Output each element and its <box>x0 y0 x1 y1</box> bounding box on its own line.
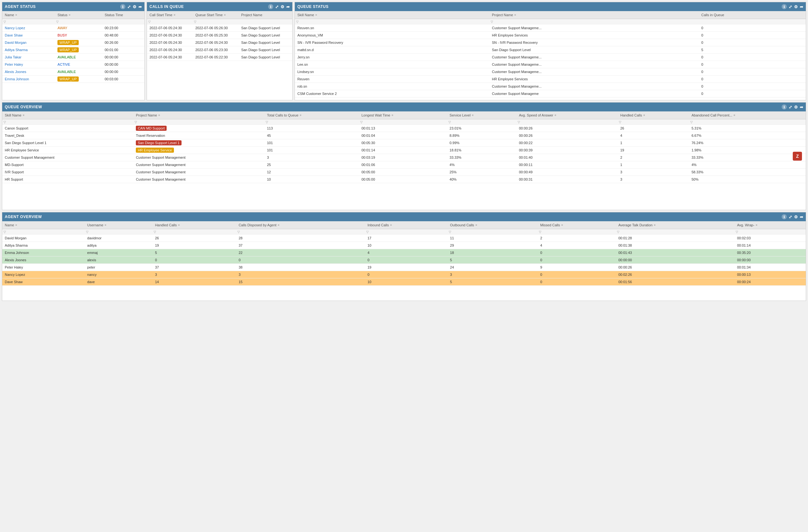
agent-name-cell[interactable]: Emma Johnson <box>2 76 55 83</box>
disposed-cell: 3 <box>236 271 365 278</box>
agent-status-share-icon[interactable]: ➦ <box>139 4 142 9</box>
queue-status-row: rob.sn Customer Support Manageme... 0 <box>295 83 806 90</box>
col-avg-speed[interactable]: Avg. Speed of Answer≡ <box>516 111 618 120</box>
queue-status-title: QUEUE STATUS <box>297 4 780 9</box>
queue-status-row: Reuven.sn Customer Support Manageme... 0 <box>295 24 806 32</box>
avg-speed-cell: 00:00:39 <box>516 147 618 154</box>
agent-status-info-icon[interactable]: ℹ <box>120 4 125 9</box>
float-action-button[interactable]: Z <box>793 152 802 161</box>
col-project-name[interactable]: Project Name <box>239 11 292 19</box>
queue-overview-settings-icon[interactable]: ⚙ <box>794 105 798 110</box>
longest-wait-cell: 00:01:13 <box>359 125 447 132</box>
agent-name-cell[interactable]: David Morgan <box>2 39 55 47</box>
abandoned-cell: 58.33% <box>689 168 806 176</box>
calls-in-queue-table: Call Start Time≡ Queue Start Time≡ Proje… <box>147 11 292 61</box>
agent-status-header: AGENT STATUS ℹ ⤢ ⚙ ➦ <box>2 2 144 11</box>
col-name[interactable]: Name≡ <box>2 221 85 229</box>
agent-status-cell: WRAP_UP <box>55 47 102 54</box>
longest-wait-cell: 00:01:04 <box>359 132 447 139</box>
agent-status-cell: AWAY <box>55 24 102 32</box>
queue-overview-expand-icon[interactable]: ⤢ <box>789 105 792 110</box>
agent-status-table-container: Name≡ Status≡ Status Time ▽ ▽ Nancy Lope… <box>2 11 144 100</box>
queue-overview-title: QUEUE OVERVIEW <box>5 105 780 109</box>
queue-status-settings-icon[interactable]: ⚙ <box>794 4 798 9</box>
col-total-calls[interactable]: Total Calls to Queue≡ <box>264 111 359 120</box>
project-name-cell: San Diago Support Level <box>239 47 292 54</box>
project-name-cell: HR Employee Services <box>489 32 699 39</box>
avg-speed-cell: 00:00:49 <box>516 168 618 176</box>
col-outbound[interactable]: Outbound Calls≡ <box>447 221 538 229</box>
total-calls-cell: 3 <box>264 154 359 161</box>
skill-cell: San Diego Support Level 1 <box>2 139 133 147</box>
col-skill[interactable]: Skill Name≡ <box>2 111 133 120</box>
total-calls-cell: 12 <box>264 168 359 176</box>
agent-overview-table: Name≡ Username≡ Handled Calls≡ Calls Dis… <box>2 221 806 286</box>
agent-name-cell[interactable]: Julia Takar <box>2 54 55 61</box>
col-calls-in-queue[interactable]: Calls in Queue <box>699 11 806 19</box>
longest-wait-cell: 00:01:14 <box>359 147 447 154</box>
agent-overview-share-icon[interactable]: ➦ <box>800 215 803 219</box>
col-service-level[interactable]: Service Level≡ <box>447 111 517 120</box>
agent-name-cell[interactable]: Nancy Lopez <box>2 24 55 32</box>
queue-status-row: Lindsey.sn Customer Support Manageme... … <box>295 68 806 76</box>
queue-overview-info-icon[interactable]: ℹ <box>782 105 787 110</box>
col-avg-wrap[interactable]: Avg. Wrap-≡ <box>734 221 806 229</box>
queue-overview-header: QUEUE OVERVIEW ℹ ⤢ ⚙ ➦ <box>2 103 806 111</box>
queue-overview-row: Travel_Desk Travel Reservation 45 00:01:… <box>2 132 806 139</box>
col-missed[interactable]: Missed Calls≡ <box>538 221 616 229</box>
calls-in-queue-settings-icon[interactable]: ⚙ <box>280 4 284 9</box>
handled-cell: 19 <box>618 147 689 154</box>
avg-talk-cell: 00:01:38 <box>616 242 734 249</box>
avg-wrap-cell: 00:01:34 <box>734 264 806 271</box>
total-calls-cell: 101 <box>264 147 359 154</box>
total-calls-cell: 25 <box>264 161 359 168</box>
queue-overview-row: HR Support Customer Support Management 1… <box>2 176 806 183</box>
col-project-name[interactable]: Project Name≡ <box>489 11 699 19</box>
calls-in-queue-expand-icon[interactable]: ⤢ <box>275 4 279 9</box>
col-longest-wait[interactable]: Longest Wait Time≡ <box>359 111 447 120</box>
queue-status-share-icon[interactable]: ➦ <box>800 4 803 9</box>
project-cell: Customer Support Management <box>133 154 264 161</box>
calls-in-queue-panel: CALLS IN QUEUE ℹ ⤢ ⚙ ➦ Call Start Time≡ … <box>147 2 293 100</box>
queue-status-row: SN - IVR Password Recovery SN - IVR Pass… <box>295 39 806 47</box>
col-username[interactable]: Username≡ <box>85 221 153 229</box>
agent-name-cell[interactable]: Aditya Sharma <box>2 47 55 54</box>
col-queue-start[interactable]: Queue Start Time≡ <box>192 11 238 19</box>
col-project[interactable]: Project Name≡ <box>133 111 264 120</box>
col-handled[interactable]: Handled Calls≡ <box>618 111 689 120</box>
queue-overview-share-icon[interactable]: ➦ <box>800 105 803 110</box>
agent-overview-info-icon[interactable]: ℹ <box>782 214 787 219</box>
col-avg-talk[interactable]: Average Talk Duration≡ <box>616 221 734 229</box>
col-inbound[interactable]: Inbound Calls≡ <box>365 221 447 229</box>
agent-status-settings-icon[interactable]: ⚙ <box>133 4 136 9</box>
col-name[interactable]: Name≡ <box>2 11 55 19</box>
col-handled[interactable]: Handled Calls≡ <box>152 221 236 229</box>
skill-cell: Customer Support Management <box>2 154 133 161</box>
queue-status-table-container: Skill Name≡ Project Name≡ Calls in Queue… <box>295 11 806 100</box>
queue-status-info-icon[interactable]: ℹ <box>782 4 787 9</box>
outbound-cell: 5 <box>447 256 538 264</box>
agent-name-cell[interactable]: Dave Shaw <box>2 32 55 39</box>
agent-overview-settings-icon[interactable]: ⚙ <box>794 215 798 219</box>
calls-in-queue-info-icon[interactable]: ℹ <box>268 4 273 9</box>
project-name-cell: Customer Support Manageme <box>489 90 699 97</box>
calls-in-queue-share-icon[interactable]: ➦ <box>286 4 290 9</box>
agent-status-expand-icon[interactable]: ⤢ <box>127 4 131 9</box>
col-call-start[interactable]: Call Start Time≡ <box>147 11 192 19</box>
col-status[interactable]: Status≡ <box>55 11 102 19</box>
agent-overview-expand-icon[interactable]: ⤢ <box>789 215 792 219</box>
outbound-cell: 11 <box>447 235 538 242</box>
agent-name-cell[interactable]: Alexis Joones <box>2 68 55 76</box>
col-skill-name[interactable]: Skill Name≡ <box>295 11 489 19</box>
agent-overview-table-container: Name≡ Username≡ Handled Calls≡ Calls Dis… <box>2 221 806 300</box>
col-disposed[interactable]: Calls Disposed by Agent≡ <box>236 221 365 229</box>
agent-name-cell: Alexis Joones <box>2 256 85 264</box>
handled-cell: 3 <box>618 176 689 183</box>
col-status-time[interactable]: Status Time <box>102 11 144 19</box>
inbound-cell: 17 <box>365 235 447 242</box>
agent-name-cell[interactable]: Peter Haley <box>2 61 55 68</box>
username-cell: peter <box>85 264 153 271</box>
queue-status-expand-icon[interactable]: ⤢ <box>789 4 792 9</box>
col-abandoned[interactable]: Abandoned Call Percent...≡ <box>689 111 806 120</box>
handled-cell: 1 <box>618 139 689 147</box>
